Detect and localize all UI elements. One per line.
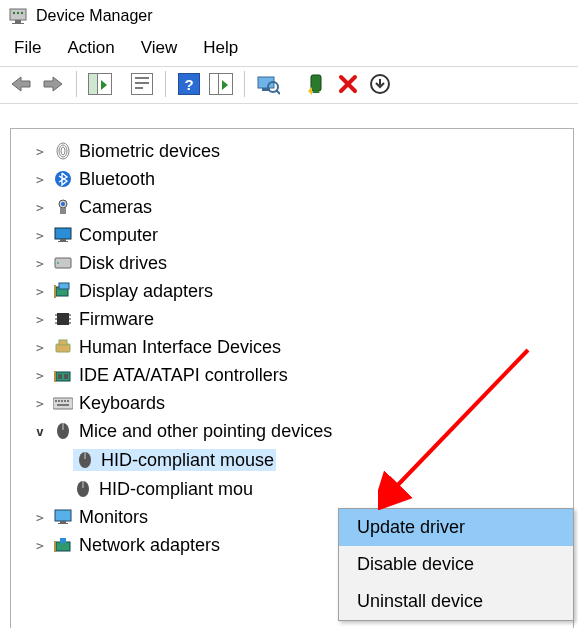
network-icon: [53, 535, 73, 555]
expand-icon[interactable]: >: [33, 173, 47, 186]
svg-point-3: [13, 12, 15, 14]
context-menu: Update driver Disable device Uninstall d…: [338, 508, 574, 621]
svg-rect-27: [57, 313, 69, 325]
device-tree[interactable]: > Biometric devices > Bluetooth > Camera…: [11, 129, 573, 559]
svg-rect-21: [58, 241, 68, 242]
svg-rect-46: [57, 404, 69, 406]
svg-rect-2: [12, 23, 24, 24]
tree-node-display[interactable]: > Display adapters: [33, 277, 573, 305]
svg-rect-0: [10, 9, 26, 20]
expand-icon[interactable]: >: [33, 341, 47, 354]
tree-children-mice: HID-compliant mouse HID-compliant mou: [73, 445, 573, 503]
svg-rect-40: [53, 398, 73, 409]
tree-node-computer[interactable]: > Computer: [33, 221, 573, 249]
expand-icon[interactable]: v: [33, 425, 47, 438]
tree-node-biometric[interactable]: > Biometric devices: [33, 137, 573, 165]
tree-node-keyboards[interactable]: > Keyboards: [33, 389, 573, 417]
svg-point-14: [61, 147, 65, 155]
disable-device-button[interactable]: [333, 69, 363, 99]
menu-file[interactable]: File: [14, 38, 41, 58]
disk-icon: [53, 253, 73, 273]
mouse-icon: [53, 421, 73, 441]
node-label: Cameras: [79, 198, 152, 216]
context-menu-item-update[interactable]: Update driver: [339, 509, 573, 546]
toolbar-separator: [76, 71, 77, 97]
svg-rect-19: [55, 228, 71, 239]
node-label: Computer: [79, 226, 158, 244]
svg-rect-58: [60, 538, 66, 543]
context-menu-item-disable[interactable]: Disable device: [339, 546, 573, 583]
toolbar-separator: [165, 71, 166, 97]
tree-node-ide[interactable]: > IDE ATA/ATAPI controllers: [33, 361, 573, 389]
svg-point-4: [17, 12, 19, 14]
svg-rect-44: [64, 400, 66, 402]
node-label: Human Interface Devices: [79, 338, 281, 356]
scan-hardware-button[interactable]: [253, 69, 283, 99]
uninstall-device-button[interactable]: [365, 69, 395, 99]
menu-bar: File Action View Help: [0, 32, 578, 66]
node-label: Mice and other pointing devices: [79, 422, 332, 440]
expand-icon[interactable]: >: [33, 511, 47, 524]
node-label: Keyboards: [79, 394, 165, 412]
tree-leaf-hid-mouse-1[interactable]: HID-compliant mouse: [73, 445, 573, 475]
svg-rect-55: [58, 523, 68, 524]
svg-rect-43: [61, 400, 63, 402]
node-label: HID-compliant mouse: [101, 451, 274, 469]
expand-icon[interactable]: >: [33, 285, 47, 298]
bluetooth-icon: [53, 169, 73, 189]
node-label: Network adapters: [79, 536, 220, 554]
svg-point-23: [57, 262, 59, 264]
expand-icon[interactable]: >: [33, 229, 47, 242]
tree-node-cameras[interactable]: > Cameras: [33, 193, 573, 221]
chip-icon: [53, 309, 73, 329]
keyboard-icon: [53, 393, 73, 413]
enable-device-button[interactable]: [301, 69, 331, 99]
mouse-icon: [73, 479, 93, 499]
expand-icon[interactable]: >: [33, 539, 47, 552]
tree-node-disk[interactable]: > Disk drives: [33, 249, 573, 277]
expand-icon[interactable]: >: [33, 201, 47, 214]
ide-icon: [53, 365, 73, 385]
svg-rect-10: [311, 75, 321, 91]
action-button[interactable]: [206, 69, 236, 99]
properties-button[interactable]: [127, 69, 157, 99]
camera-icon: [53, 197, 73, 217]
menu-action[interactable]: Action: [67, 38, 114, 58]
node-label: Firmware: [79, 310, 154, 328]
node-label: HID-compliant mou: [99, 480, 253, 498]
node-label: Biometric devices: [79, 142, 220, 160]
expand-icon[interactable]: >: [33, 369, 47, 382]
forward-button[interactable]: [38, 69, 68, 99]
node-label: IDE ATA/ATAPI controllers: [79, 366, 288, 384]
tree-node-hid[interactable]: > Human Interface Devices: [33, 333, 573, 361]
svg-point-5: [21, 12, 23, 14]
back-button[interactable]: [6, 69, 36, 99]
expand-icon[interactable]: >: [33, 313, 47, 326]
help-button[interactable]: ?: [174, 69, 204, 99]
menu-help[interactable]: Help: [203, 38, 238, 58]
show-hide-tree-button[interactable]: [85, 69, 115, 99]
tree-node-mice[interactable]: v Mice and other pointing devices: [33, 417, 573, 445]
expand-icon[interactable]: >: [33, 145, 47, 158]
svg-rect-38: [58, 374, 62, 379]
svg-rect-20: [60, 239, 66, 241]
menu-view[interactable]: View: [141, 38, 178, 58]
svg-rect-45: [67, 400, 69, 402]
svg-rect-37: [54, 371, 56, 382]
svg-rect-18: [60, 208, 66, 214]
svg-point-17: [61, 202, 65, 206]
toolbar: ?: [0, 66, 578, 104]
node-label: Display adapters: [79, 282, 213, 300]
expand-icon[interactable]: >: [33, 257, 47, 270]
tree-node-firmware[interactable]: > Firmware: [33, 305, 573, 333]
svg-rect-26: [59, 283, 69, 289]
tree-node-bluetooth[interactable]: > Bluetooth: [33, 165, 573, 193]
node-label: Bluetooth: [79, 170, 155, 188]
expand-icon[interactable]: >: [33, 397, 47, 410]
context-menu-item-uninstall[interactable]: Uninstall device: [339, 583, 573, 620]
tree-leaf-hid-mouse-2[interactable]: HID-compliant mou: [73, 475, 573, 503]
hid-icon: [53, 337, 73, 357]
svg-rect-42: [58, 400, 60, 402]
toolbar-separator: [244, 71, 245, 97]
fingerprint-icon: [53, 141, 73, 161]
